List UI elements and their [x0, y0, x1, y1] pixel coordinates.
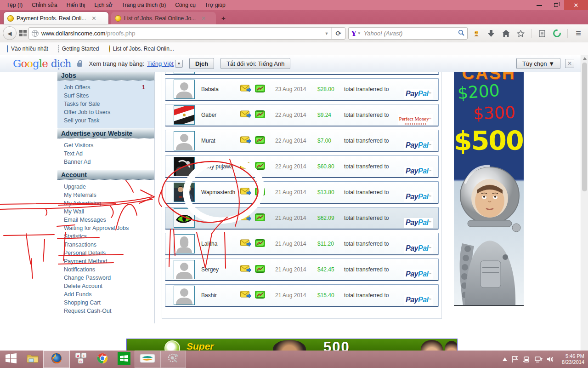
scrollbar-thumb[interactable]	[582, 63, 587, 191]
send-email-icon[interactable]	[240, 188, 251, 197]
reload-icon[interactable]: ⟳	[331, 28, 345, 39]
taskbar-button-chrome[interactable]	[91, 351, 113, 368]
tab-close-icon[interactable]: ✕	[91, 15, 96, 22]
sidebar-item-my-referrals[interactable]: My Referrals	[64, 191, 154, 199]
send-email-icon[interactable]	[240, 85, 251, 94]
close-button[interactable]: ✕	[564, 0, 588, 10]
network-icon[interactable]	[535, 356, 543, 362]
menu-item[interactable]: Lịch sử	[90, 1, 117, 9]
send-email-icon[interactable]	[240, 162, 251, 171]
sidebar-item-request-cash-out[interactable]: Request Cash-Out	[64, 307, 154, 315]
bottom-banner-ad[interactable]: Super 500	[127, 339, 457, 351]
sidebar-item-tasks-for-sale[interactable]: Tasks for Sale	[64, 100, 154, 108]
payment-proof-row[interactable]: 21 Aug 2014$62.09total transferred toPay…	[165, 207, 439, 230]
avast-ring-icon[interactable]	[553, 29, 561, 38]
menu-hamburger-icon[interactable]: ≡	[574, 29, 582, 38]
search-bar[interactable]: Y ▼	[348, 27, 468, 40]
cash-banner-ad[interactable]: CASH $200$300$500	[454, 72, 524, 306]
sidebar-item-sell-your-task[interactable]: Sell your Task	[64, 116, 154, 125]
target-language-link[interactable]: Tiếng Việt	[147, 60, 174, 67]
action-center-flag-icon[interactable]	[512, 356, 518, 362]
taskbar-button-firefox[interactable]	[43, 351, 70, 368]
disable-translate-button[interactable]: Tắt đối với: Tiếng Anh	[220, 58, 290, 69]
payment-proof-row[interactable]: Lalitha21 Aug 2014$11.20total transferre…	[165, 233, 439, 255]
search-engine-dropdown-icon[interactable]: ▼	[357, 31, 361, 35]
sidebar-item-surf-sites[interactable]: Surf Sites	[64, 92, 154, 100]
menu-item[interactable]: Trợ giúp	[200, 1, 230, 9]
tab-close-icon[interactable]: ✕	[201, 15, 206, 22]
statistics-icon[interactable]	[255, 110, 265, 120]
sidebar-item-text-ad[interactable]: Text Ad	[64, 150, 154, 158]
menu-item[interactable]: Trang ưa thích (b)	[117, 1, 170, 9]
send-email-icon[interactable]	[240, 265, 251, 274]
send-email-icon[interactable]	[240, 291, 251, 300]
payment-proof-row[interactable]: Rudy pujawa22 Aug 2014$60.80total transf…	[165, 155, 439, 178]
clipboard-list-icon[interactable]	[538, 29, 546, 38]
browser-tab[interactable]: List of Jobs. Real Online Jo...✕	[111, 12, 216, 24]
statistics-icon[interactable]	[255, 85, 265, 94]
scroll-up-arrow[interactable]	[583, 57, 587, 60]
payment-proof-row[interactable]: Sergey21 Aug 2014$42.45total transferred…	[165, 259, 439, 281]
bookmark-item[interactable]: List of Jobs. Real Onlin...	[105, 45, 177, 53]
minimize-button[interactable]	[531, 0, 548, 10]
restore-button[interactable]	[548, 0, 564, 10]
payment-proof-row[interactable]: Wapmasterdh21 Aug 2014$13.80total transf…	[165, 181, 439, 204]
menu-item[interactable]: Hiển thị	[62, 1, 90, 9]
url-dropdown-icon[interactable]: ▼	[322, 31, 332, 36]
translate-button[interactable]: Dịch	[189, 58, 214, 69]
send-email-icon[interactable]	[240, 213, 251, 223]
taskbar-button-windows-store[interactable]	[113, 351, 135, 368]
yahoo-icon[interactable]: Y	[351, 29, 356, 38]
search-icon[interactable]	[458, 29, 464, 37]
send-email-icon[interactable]	[240, 110, 251, 120]
statistics-icon[interactable]	[255, 265, 265, 274]
tab-groups-icon[interactable]	[19, 30, 27, 36]
clock[interactable]: 5:46 PM 8/23/2014	[562, 353, 584, 365]
volume-icon[interactable]	[547, 356, 554, 362]
sidebar-item-shopping-cart[interactable]: Shopping Cart	[64, 299, 154, 307]
taskbar-button-satellite-tool[interactable]	[160, 351, 186, 368]
payment-proof-row[interactable]: Bashir21 Aug 2014$15.40total transferred…	[165, 284, 439, 307]
search-input[interactable]	[363, 29, 458, 37]
sidebar-item-upgrade[interactable]: Upgrade	[64, 183, 154, 191]
sidebar-item-job-offers[interactable]: Job Offers1	[64, 83, 154, 92]
sidebar-item-change-password[interactable]: Change Password	[64, 274, 154, 282]
sidebar-item-offer-job-to-users[interactable]: Offer Job to Users	[64, 108, 154, 116]
statistics-icon[interactable]	[255, 162, 265, 171]
sidebar-item-notifications[interactable]: Notifications	[64, 265, 154, 274]
sidebar-item-waiting-for-approval-jobs[interactable]: Waiting for Approval Jobs	[64, 224, 154, 232]
downloads-icon[interactable]	[487, 29, 495, 38]
payment-proof-row[interactable]: Gaber22 Aug 2014$9.24total transferred t…	[165, 104, 439, 126]
url-bar[interactable]: www.dollarsincome.com /proofs.php ▼ ⟳	[28, 27, 345, 40]
translate-options-button[interactable]: Tùy chọn ▼	[516, 58, 560, 69]
avast-avatar-icon[interactable]	[472, 29, 481, 38]
send-email-icon[interactable]	[240, 239, 251, 248]
payment-proof-row[interactable]: Murat22 Aug 2014$7.00total transferred t…	[165, 130, 439, 152]
hidden-icons-arrow-icon[interactable]	[503, 357, 507, 361]
taskbar-button-unikey[interactable]: uin	[70, 351, 91, 368]
menu-item[interactable]: Chỉnh sửa	[27, 1, 62, 9]
statistics-icon[interactable]	[255, 136, 265, 145]
sidebar-item-personal-details[interactable]: Personal Details	[64, 249, 154, 257]
payment-proof-row[interactable]: Babata23 Aug 2014$28.00total transferred…	[165, 78, 439, 101]
statistics-icon[interactable]	[255, 291, 265, 300]
bookmark-star-icon[interactable]	[516, 29, 525, 38]
bookmark-item[interactable]: Vào nhiều nhất	[4, 45, 52, 53]
sidebar-item-statistics[interactable]: Statistics	[64, 232, 154, 241]
taskbar-button-file-explorer[interactable]	[22, 351, 43, 368]
battery-icon[interactable]	[523, 356, 530, 362]
sidebar-item-email-messages[interactable]: Email Messages	[64, 216, 154, 224]
sidebar-item-payment-method[interactable]: Payment Method	[64, 257, 154, 265]
statistics-icon[interactable]	[255, 188, 265, 197]
menu-item[interactable]: Công cụ	[170, 1, 200, 9]
sidebar-item-my-advertising[interactable]: My Advertising	[64, 199, 154, 207]
sidebar-item-get-visitors[interactable]: Get Visitors	[64, 141, 154, 150]
bookmark-item[interactable]: Getting Started	[55, 45, 103, 53]
translate-close-button[interactable]: ✕	[565, 59, 574, 68]
sidebar-item-my-wall[interactable]: My Wall	[64, 207, 154, 216]
browser-tab[interactable]: Payment Proofs. Real Onli...✕	[4, 12, 108, 24]
browser-scrollbar[interactable]	[581, 55, 588, 351]
send-email-icon[interactable]	[240, 136, 251, 145]
sidebar-item-transactions[interactable]: Transactions	[64, 241, 154, 249]
taskbar-button-viettel[interactable]	[135, 351, 160, 368]
